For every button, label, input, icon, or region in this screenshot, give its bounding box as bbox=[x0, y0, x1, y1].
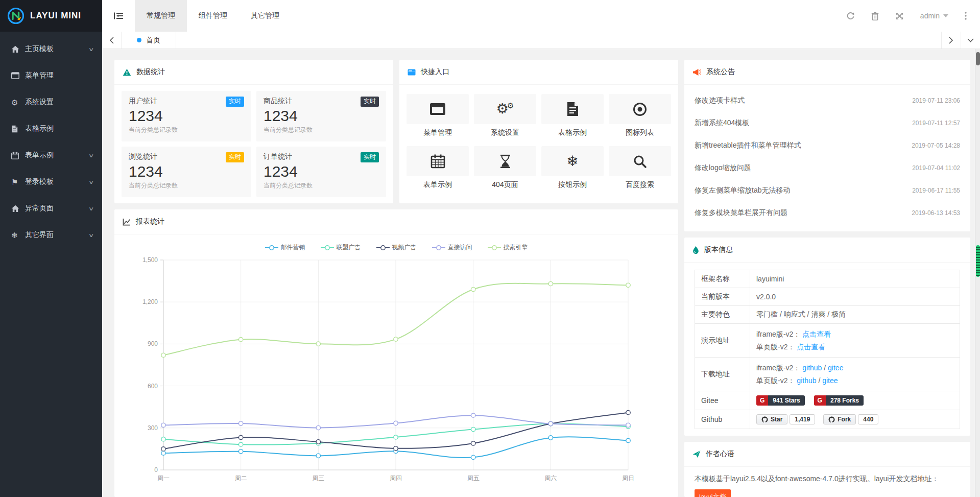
sidebar-item-login-template[interactable]: ⚑ 登录模板 ∨ bbox=[0, 169, 102, 195]
sidebar-item-label: 菜单管理 bbox=[25, 71, 93, 80]
svg-text:1,500: 1,500 bbox=[142, 256, 158, 264]
tabs-scroll-right-icon[interactable] bbox=[941, 32, 961, 49]
quick-entry-table[interactable]: 表格示例 bbox=[541, 94, 604, 137]
sidebar-item-label: 其它界面 bbox=[25, 230, 89, 240]
window-blue-icon bbox=[408, 69, 416, 76]
logo[interactable]: LAYUI MINI bbox=[0, 0, 102, 32]
panel-report-header: 报表统计 bbox=[114, 209, 678, 234]
legend-item[interactable]: 直接访问 bbox=[432, 243, 472, 252]
gears-icon: ⚙⚙ bbox=[474, 94, 536, 124]
sidebar-item-form-example[interactable]: 表单示例 ∨ bbox=[0, 142, 102, 169]
sidebar-item-home-template[interactable]: 主页模板 ∨ bbox=[0, 36, 102, 62]
stat-card-views[interactable]: 浏览统计 实时 1234 当前分类总记录数 bbox=[122, 147, 251, 197]
demo-link-onepage[interactable]: 点击查看 bbox=[797, 343, 825, 351]
legend-item[interactable]: 视频广告 bbox=[376, 243, 417, 252]
github-fork-widget: Fork 440 bbox=[823, 414, 878, 424]
stat-label: 用户统计 bbox=[129, 97, 157, 106]
sidebar-item-system-settings[interactable]: ⚙ 系统设置 bbox=[0, 89, 102, 115]
chevron-down-icon: ∨ bbox=[88, 206, 94, 211]
announcement-item[interactable]: 修复多模块菜单栏展开有问题 2019-06-13 14:53 bbox=[695, 202, 960, 224]
trash-icon[interactable] bbox=[871, 12, 879, 20]
hourglass-icon bbox=[474, 146, 536, 176]
line-chart-icon bbox=[123, 218, 131, 226]
scrollbar-thumb[interactable] bbox=[976, 52, 980, 65]
sidebar-item-table-example[interactable]: 表格示例 bbox=[0, 115, 102, 142]
top-header: 常规管理 组件管理 其它管理 admin bbox=[102, 0, 980, 32]
quick-entry-baidu-search[interactable]: 百度搜索 bbox=[609, 146, 671, 190]
chevron-down-icon: ∨ bbox=[88, 179, 94, 185]
refresh-icon[interactable] bbox=[846, 12, 855, 20]
more-options-icon[interactable] bbox=[965, 12, 967, 20]
announcement-item[interactable]: 修改logo缩放问题 2019-07-04 11:02 bbox=[695, 157, 960, 179]
gitee-logo-icon: G bbox=[756, 395, 768, 406]
github-fork-button[interactable]: Fork bbox=[823, 414, 856, 424]
github-star-button[interactable]: Star bbox=[756, 414, 787, 424]
demo-link-iframe[interactable]: 点击查看 bbox=[802, 330, 831, 338]
panel-author-words: 作者心语 本模板基于layui2.5.4以及font-awesome-4.7.0… bbox=[684, 442, 970, 497]
sidebar-item-menu-management[interactable]: 菜单管理 bbox=[0, 62, 102, 89]
download-link-gitee[interactable]: gitee bbox=[822, 376, 838, 385]
vertical-scrollbar[interactable] bbox=[975, 49, 980, 497]
top-tab-components[interactable]: 组件管理 bbox=[187, 0, 239, 32]
tab-strip-controls bbox=[941, 32, 980, 49]
stat-card-goods[interactable]: 商品统计 实时 1234 当前分类总记录数 bbox=[256, 91, 386, 141]
gitee-stars-badge[interactable]: G 941 Stars bbox=[756, 395, 805, 406]
layui-doc-badge[interactable]: layui文档 bbox=[695, 489, 731, 497]
quick-entry-buttons[interactable]: ❄ 按钮示例 bbox=[541, 146, 604, 190]
legend-item[interactable]: 搜索引擎 bbox=[488, 243, 528, 252]
sidebar-item-label: 系统设置 bbox=[25, 98, 93, 107]
panel-title: 报表统计 bbox=[136, 217, 164, 226]
tab-home[interactable]: 首页 bbox=[122, 32, 176, 49]
version-table-wrap: 框架名称 layuimini 当前版本 v2.0.0 主要特色 零门槛 / 响应… bbox=[684, 263, 970, 436]
calendar-icon bbox=[407, 146, 469, 176]
announcement-item[interactable]: 修改选项卡样式 2019-07-11 23:06 bbox=[695, 89, 960, 112]
github-fork-count[interactable]: 440 bbox=[858, 414, 878, 424]
scrollbar-green-indicator[interactable] bbox=[976, 245, 980, 277]
chevron-down-icon: ∨ bbox=[88, 232, 94, 238]
content-left-column: 数据统计 用户统计 实时 1234 当前分类总记录数 bbox=[114, 60, 678, 497]
sidebar-item-other-ui[interactable]: ❄ 其它界面 ∨ bbox=[0, 222, 102, 248]
svg-text:周四: 周四 bbox=[390, 475, 402, 482]
dot-circle-icon bbox=[609, 94, 671, 124]
quick-entry-settings[interactable]: ⚙⚙ 系统设置 bbox=[474, 94, 536, 137]
tabs-scroll-left-icon[interactable] bbox=[102, 32, 122, 49]
gitee-forks-badge[interactable]: G 278 Forks bbox=[814, 395, 864, 406]
tabs-menu-chevron-down-icon[interactable] bbox=[961, 32, 980, 49]
legend-label: 视频广告 bbox=[392, 243, 417, 252]
top-tab-other[interactable]: 其它管理 bbox=[239, 0, 291, 32]
table-row: Gitee G 941 Stars G 278 Forks bbox=[695, 391, 960, 410]
download-link-gitee[interactable]: gitee bbox=[828, 364, 843, 372]
download-link-github[interactable]: github bbox=[802, 364, 822, 372]
announcement-item[interactable]: 新增treetable插件和菜单管理样式 2019-07-05 14:28 bbox=[695, 134, 960, 157]
logo-text: LAYUI MINI bbox=[30, 11, 81, 21]
download-link-github[interactable]: github bbox=[797, 376, 816, 385]
svg-text:300: 300 bbox=[148, 424, 158, 432]
layui-logo-icon bbox=[7, 7, 25, 25]
stat-value: 1234 bbox=[264, 107, 379, 125]
quick-entry-icons[interactable]: 图标列表 bbox=[609, 94, 671, 137]
user-dropdown[interactable]: admin bbox=[920, 12, 948, 20]
top-tab-general[interactable]: 常规管理 bbox=[135, 0, 187, 32]
announcement-item[interactable]: 新增系统404模板 2019-07-11 12:57 bbox=[695, 112, 960, 134]
fullscreen-icon[interactable] bbox=[895, 12, 904, 20]
sidebar-item-error-pages[interactable]: 异常页面 ∨ bbox=[0, 195, 102, 222]
github-star-count[interactable]: 1,419 bbox=[790, 414, 815, 424]
stat-card-users[interactable]: 用户统计 实时 1234 当前分类总记录数 bbox=[122, 91, 251, 141]
svg-text:周日: 周日 bbox=[622, 475, 634, 482]
leaf-icon bbox=[692, 246, 699, 254]
quick-entry-form[interactable]: 表单示例 bbox=[407, 146, 469, 190]
sidebar-toggle-icon[interactable] bbox=[102, 0, 135, 32]
legend-item[interactable]: 邮件营销 bbox=[265, 243, 305, 252]
legend-item[interactable]: 联盟广告 bbox=[321, 243, 361, 252]
stat-card-orders[interactable]: 订单统计 实时 1234 当前分类总记录数 bbox=[256, 147, 386, 197]
stat-value: 1234 bbox=[264, 163, 379, 181]
legend-label: 邮件营销 bbox=[281, 243, 305, 252]
quick-entry-menu[interactable]: 菜单管理 bbox=[407, 94, 469, 137]
quick-entry-grid: 菜单管理 ⚙⚙ 系统设置 bbox=[399, 85, 678, 199]
announcement-item[interactable]: 修复左侧菜单缩放tab无法移动 2019-06-17 11:55 bbox=[695, 179, 960, 202]
calendar-icon bbox=[11, 152, 23, 159]
main-area: 常规管理 组件管理 其它管理 admin bbox=[102, 0, 980, 497]
quick-entry-404[interactable]: 404页面 bbox=[474, 146, 536, 190]
status-badge: 实时 bbox=[226, 97, 244, 107]
sidebar-item-label: 表格示例 bbox=[25, 124, 93, 133]
